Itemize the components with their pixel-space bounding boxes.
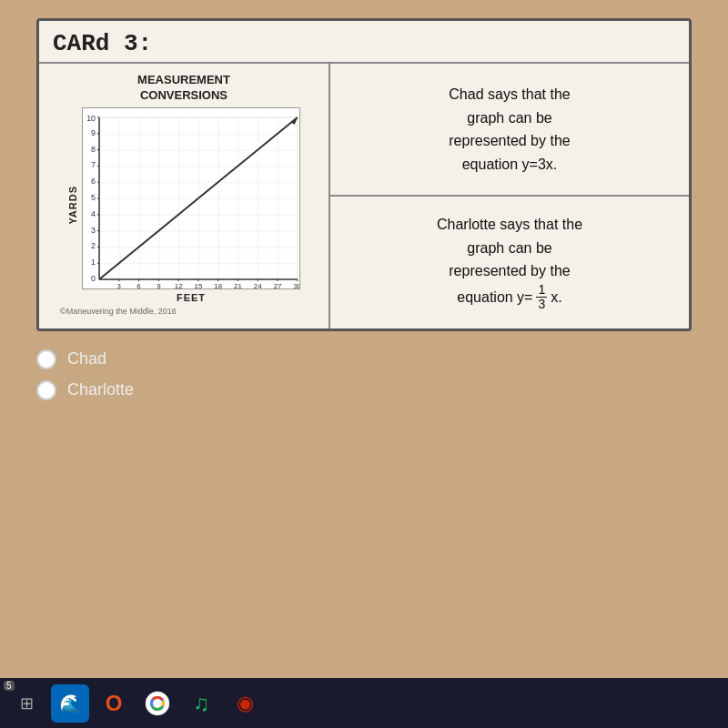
chart-container: YARDS xyxy=(67,107,300,303)
left-panel: MEASUREMENT CONVERSIONS YARDS xyxy=(39,64,330,329)
right-panel: Chad says that the graph can be represen… xyxy=(330,64,689,329)
edge-icon: 🌊 xyxy=(59,693,82,714)
svg-text:10: 10 xyxy=(86,114,96,123)
svg-text:7: 7 xyxy=(91,160,96,169)
svg-text:1: 1 xyxy=(91,258,96,267)
chad-text-1: Chad says that the xyxy=(449,83,570,106)
svg-point-49 xyxy=(153,699,162,708)
svg-text:9: 9 xyxy=(157,282,161,289)
chad-statement: Chad says that the graph can be represen… xyxy=(330,64,689,197)
fraction: 1 3 xyxy=(536,283,547,312)
red-app-icon: ◉ xyxy=(237,692,254,715)
taskbar-chrome[interactable] xyxy=(138,684,177,723)
chad-text-3: represented by the xyxy=(449,129,570,153)
taskbar-windows[interactable]: 5 ⊞ xyxy=(7,684,46,723)
svg-text:5: 5 xyxy=(91,193,96,202)
svg-text:12: 12 xyxy=(175,282,183,289)
taskbar-spotify[interactable]: ♫ xyxy=(182,684,220,723)
charlotte-statement: Charlotte says that the graph can be rep… xyxy=(330,197,689,328)
options-area: Chad Charlotte xyxy=(36,349,692,400)
svg-text:4: 4 xyxy=(91,209,96,218)
charlotte-equation: equation y= 1 3 x. xyxy=(457,283,561,312)
radio-chad[interactable] xyxy=(36,349,56,369)
chart-title: MEASUREMENT CONVERSIONS xyxy=(137,73,230,104)
svg-text:3: 3 xyxy=(117,282,122,289)
svg-text:30: 30 xyxy=(293,282,300,289)
card-title: CARd 3: xyxy=(39,21,689,62)
svg-text:27: 27 xyxy=(274,282,282,289)
radio-charlotte[interactable] xyxy=(36,380,56,400)
spotify-icon: ♫ xyxy=(193,691,209,716)
option-charlotte-label: Charlotte xyxy=(67,380,134,399)
svg-text:6: 6 xyxy=(91,177,96,186)
option-chad[interactable]: Chad xyxy=(36,349,692,369)
svg-text:6: 6 xyxy=(136,282,141,289)
y-axis-label: YARDS xyxy=(67,186,78,225)
option-chad-label: Chad xyxy=(67,349,106,369)
svg-text:0: 0 xyxy=(91,274,96,283)
option-charlotte[interactable]: Charlotte xyxy=(36,380,692,400)
chad-text-2: graph can be xyxy=(467,106,551,130)
svg-text:3: 3 xyxy=(91,225,96,234)
taskbar-badge-num: 5 xyxy=(4,681,15,691)
charlotte-text-2: graph can be xyxy=(467,237,551,260)
office-icon: O xyxy=(106,691,123,716)
charlotte-text-1: Charlotte says that the xyxy=(437,213,582,237)
taskbar: 5 ⊞ 🌊 O ♫ ◉ xyxy=(0,678,728,728)
graph-svg: 0 1 2 3 4 5 6 7 8 9 10 xyxy=(82,107,300,289)
svg-text:2: 2 xyxy=(91,241,96,250)
main-area: CARd 3: MEASUREMENT CONVERSIONS YARDS xyxy=(0,0,728,678)
taskbar-edge[interactable]: 🌊 xyxy=(51,684,89,723)
svg-text:21: 21 xyxy=(234,282,242,289)
charlotte-text-3: represented by the xyxy=(449,259,570,283)
chrome-icon xyxy=(145,691,170,716)
card-body: MEASUREMENT CONVERSIONS YARDS xyxy=(39,62,689,329)
card: CARd 3: MEASUREMENT CONVERSIONS YARDS xyxy=(36,18,692,331)
svg-text:8: 8 xyxy=(91,144,96,153)
chart-area: 0 1 2 3 4 5 6 7 8 9 10 xyxy=(82,107,300,303)
svg-text:24: 24 xyxy=(254,282,262,289)
chad-equation: equation y=3x. xyxy=(462,153,558,177)
taskbar-office[interactable]: O xyxy=(95,684,133,723)
svg-text:18: 18 xyxy=(214,282,222,289)
copyright-text: ©Maneuvering the Middle, 2016 xyxy=(53,303,315,319)
windows-icon: ⊞ xyxy=(20,693,34,713)
svg-text:15: 15 xyxy=(195,282,203,289)
taskbar-red-app[interactable]: ◉ xyxy=(226,684,264,723)
x-axis-label: FEET xyxy=(177,292,206,303)
svg-text:9: 9 xyxy=(91,127,96,136)
